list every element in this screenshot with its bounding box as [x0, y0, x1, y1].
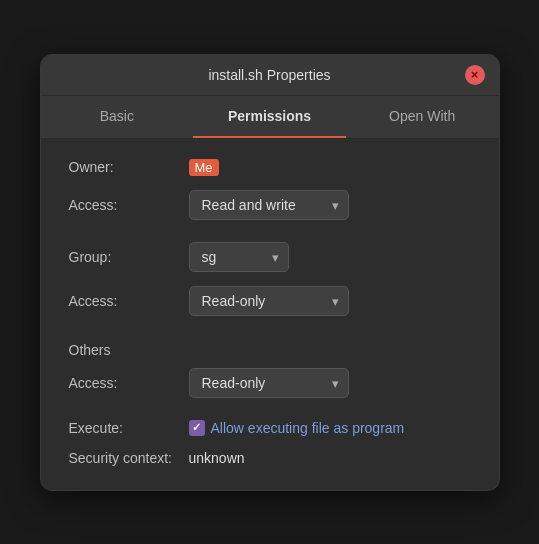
- security-label: Security context:: [69, 450, 189, 466]
- others-access-label: Access:: [69, 375, 189, 391]
- owner-access-dropdown[interactable]: Read and write Read-only None: [189, 190, 349, 220]
- owner-row: Owner: Me: [69, 159, 471, 176]
- group-access-dropdown[interactable]: Read-only Read and write None: [189, 286, 349, 316]
- owner-access-dropdown-wrapper: Read and write Read-only None: [189, 190, 349, 220]
- others-section-label: Others: [69, 342, 471, 358]
- owner-value: Me: [189, 159, 219, 176]
- tab-open-with[interactable]: Open With: [346, 96, 499, 138]
- execute-label: Execute:: [69, 420, 189, 436]
- tab-permissions[interactable]: Permissions: [193, 96, 346, 138]
- group-row: Group: sg users staff: [69, 242, 471, 272]
- execute-row: Execute: Allow executing file as program: [69, 420, 471, 436]
- group-access-label: Access:: [69, 293, 189, 309]
- others-access-dropdown[interactable]: Read-only Read and write None: [189, 368, 349, 398]
- others-access-dropdown-wrapper: Read-only Read and write None: [189, 368, 349, 398]
- group-access-row: Access: Read-only Read and write None: [69, 286, 471, 316]
- close-button[interactable]: ×: [465, 65, 485, 85]
- execute-content: Allow executing file as program: [189, 420, 405, 436]
- properties-window: install.sh Properties × Basic Permission…: [40, 54, 500, 491]
- security-value: unknown: [189, 450, 245, 466]
- tab-basic[interactable]: Basic: [41, 96, 194, 138]
- owner-label: Owner:: [69, 159, 189, 175]
- tab-bar: Basic Permissions Open With: [41, 96, 499, 139]
- execute-checkbox[interactable]: [189, 420, 205, 436]
- group-dropdown-wrapper: sg users staff: [189, 242, 289, 272]
- execute-text: Allow executing file as program: [211, 420, 405, 436]
- owner-access-row: Access: Read and write Read-only None: [69, 190, 471, 220]
- permissions-content: Owner: Me Access: Read and write Read-on…: [41, 139, 499, 490]
- group-dropdown[interactable]: sg users staff: [189, 242, 289, 272]
- owner-access-label: Access:: [69, 197, 189, 213]
- security-row: Security context: unknown: [69, 450, 471, 466]
- titlebar: install.sh Properties ×: [41, 55, 499, 96]
- group-access-dropdown-wrapper: Read-only Read and write None: [189, 286, 349, 316]
- group-label: Group:: [69, 249, 189, 265]
- window-title: install.sh Properties: [208, 67, 330, 83]
- others-access-row: Access: Read-only Read and write None: [69, 368, 471, 398]
